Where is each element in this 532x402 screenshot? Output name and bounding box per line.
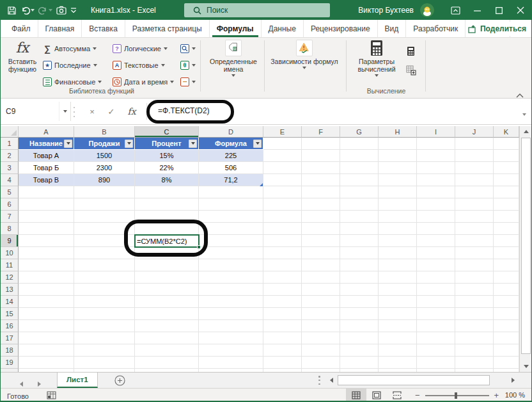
vertical-scroll-thumb[interactable] bbox=[521, 138, 531, 354]
tab-данные[interactable]: Данные bbox=[262, 20, 304, 37]
cell-K5[interactable] bbox=[494, 186, 519, 198]
cell-F4[interactable] bbox=[302, 174, 340, 186]
cell-I2[interactable] bbox=[417, 150, 455, 162]
cell-J2[interactable] bbox=[455, 150, 494, 162]
cell-E9[interactable] bbox=[263, 235, 302, 247]
redo-icon[interactable] bbox=[38, 6, 52, 15]
logical-button[interactable]: ? Логические bbox=[113, 42, 168, 56]
cell-I9[interactable] bbox=[417, 235, 455, 247]
cell-E18[interactable] bbox=[263, 344, 302, 357]
cell-J9[interactable] bbox=[455, 235, 494, 247]
cell-K11[interactable] bbox=[494, 259, 519, 271]
cell-A7[interactable] bbox=[19, 211, 74, 223]
column-header-G[interactable]: G bbox=[340, 126, 379, 138]
cell-F19[interactable] bbox=[302, 357, 340, 369]
cell-J4[interactable] bbox=[455, 174, 494, 186]
cell-E15[interactable] bbox=[263, 308, 302, 320]
cell-H11[interactable] bbox=[379, 259, 417, 271]
cell-H16[interactable] bbox=[379, 320, 417, 332]
cell-G10[interactable] bbox=[340, 247, 379, 259]
cell-I18[interactable] bbox=[417, 344, 455, 357]
cell-C2[interactable]: 15% bbox=[135, 150, 199, 162]
new-sheet-icon[interactable] bbox=[114, 375, 125, 389]
cell-F15[interactable] bbox=[302, 308, 340, 320]
column-header-B[interactable]: B bbox=[74, 126, 135, 138]
formula-input[interactable]: =Ф.ТЕКСТ(D2) bbox=[158, 106, 210, 115]
text-functions-button[interactable]: A Текстовые bbox=[113, 58, 165, 72]
row-header-19[interactable]: 19 bbox=[1, 357, 19, 369]
cell-J17[interactable] bbox=[455, 332, 494, 344]
user-name[interactable]: Виктор Бухтеев bbox=[358, 6, 414, 15]
formula-auditing-button[interactable]: Зависимости формул bbox=[269, 40, 340, 69]
column-header-H[interactable]: H bbox=[379, 126, 417, 138]
cell-E4[interactable] bbox=[263, 174, 302, 186]
cell-J12[interactable] bbox=[455, 271, 494, 284]
cell-J1[interactable] bbox=[455, 138, 494, 150]
cell-B18[interactable] bbox=[74, 344, 135, 357]
save-icon[interactable] bbox=[7, 6, 17, 15]
column-header-J[interactable]: J bbox=[455, 126, 494, 138]
cell-A6[interactable] bbox=[19, 198, 74, 211]
cell-C10[interactable] bbox=[135, 247, 199, 259]
cell-B2[interactable]: 1500 bbox=[74, 150, 135, 162]
cell-E7[interactable] bbox=[263, 211, 302, 223]
cell-H12[interactable] bbox=[379, 271, 417, 284]
zoom-slider[interactable] bbox=[425, 395, 489, 396]
cell-K19[interactable] bbox=[494, 357, 519, 369]
row-header-5[interactable]: 5 bbox=[1, 186, 19, 198]
calculate-now-button[interactable] bbox=[406, 44, 416, 58]
cell-J14[interactable] bbox=[455, 296, 494, 308]
row-header-10[interactable]: 10 bbox=[1, 247, 19, 259]
insert-function-button[interactable]: fx Вставить функцию bbox=[4, 40, 40, 73]
tab-главная[interactable]: Главная bbox=[38, 20, 82, 37]
row-header-2[interactable]: 2 bbox=[1, 150, 19, 162]
cell-F5[interactable] bbox=[302, 186, 340, 198]
cell-G12[interactable] bbox=[340, 271, 379, 284]
cell-F3[interactable] bbox=[302, 162, 340, 174]
table-resize-handle[interactable] bbox=[260, 183, 263, 186]
cell-E10[interactable] bbox=[263, 247, 302, 259]
cell-G2[interactable] bbox=[340, 150, 379, 162]
cell-C1[interactable]: Процент bbox=[135, 138, 199, 150]
active-cell-editor[interactable]: =СУММ(B2*C2) bbox=[134, 234, 199, 248]
cell-J6[interactable] bbox=[455, 198, 494, 211]
cell-F12[interactable] bbox=[302, 271, 340, 284]
cell-D4[interactable]: 71,2 bbox=[199, 174, 263, 186]
cell-J13[interactable] bbox=[455, 284, 494, 296]
zoom-out-icon[interactable]: − bbox=[415, 392, 420, 399]
camera-icon[interactable] bbox=[56, 6, 66, 15]
normal-view-icon[interactable] bbox=[346, 389, 366, 402]
cell-H7[interactable] bbox=[379, 211, 417, 223]
cell-D10[interactable] bbox=[199, 247, 263, 259]
cell-K2[interactable] bbox=[494, 150, 519, 162]
cell-C13[interactable] bbox=[135, 284, 199, 296]
filter-dropdown-icon[interactable] bbox=[125, 140, 133, 148]
cell-D17[interactable] bbox=[199, 332, 263, 344]
cell-B4[interactable]: 890 bbox=[74, 174, 135, 186]
avatar[interactable] bbox=[420, 3, 434, 17]
cell-I15[interactable] bbox=[417, 308, 455, 320]
filter-dropdown-icon[interactable] bbox=[189, 140, 197, 148]
cell-H9[interactable] bbox=[379, 235, 417, 247]
cell-C8[interactable] bbox=[135, 223, 199, 235]
cell-A13[interactable] bbox=[19, 284, 74, 296]
cell-E14[interactable] bbox=[263, 296, 302, 308]
cell-J3[interactable] bbox=[455, 162, 494, 174]
cell-B12[interactable] bbox=[74, 271, 135, 284]
cell-G17[interactable] bbox=[340, 332, 379, 344]
cell-K7[interactable] bbox=[494, 211, 519, 223]
cell-B15[interactable] bbox=[74, 308, 135, 320]
cell-F9[interactable] bbox=[302, 235, 340, 247]
cell-G14[interactable] bbox=[340, 296, 379, 308]
cell-B19[interactable] bbox=[74, 357, 135, 369]
cell-K6[interactable] bbox=[494, 198, 519, 211]
vertical-scrollbar[interactable] bbox=[519, 126, 532, 372]
cell-F17[interactable] bbox=[302, 332, 340, 344]
cell-I13[interactable] bbox=[417, 284, 455, 296]
row-header-14[interactable]: 14 bbox=[1, 296, 19, 308]
cancel-icon[interactable]: × bbox=[84, 103, 100, 120]
cell-H6[interactable] bbox=[379, 198, 417, 211]
cell-K14[interactable] bbox=[494, 296, 519, 308]
cell-C12[interactable] bbox=[135, 271, 199, 284]
share-button[interactable]: Поделиться bbox=[468, 22, 526, 36]
